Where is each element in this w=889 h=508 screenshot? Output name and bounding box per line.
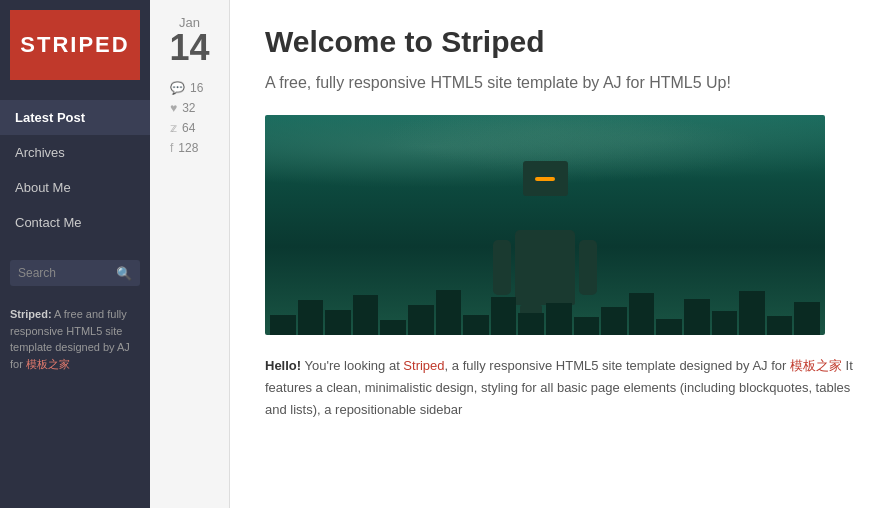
robot-head <box>523 161 568 196</box>
date-day: 14 <box>169 30 209 66</box>
stat-twitter-count: 64 <box>182 121 195 135</box>
post-body-middle: , a fully responsive HTML5 site template… <box>445 358 790 373</box>
nav-item-archives[interactable]: Archives <box>0 135 150 170</box>
stat-likes-count: 32 <box>182 101 195 115</box>
building <box>463 315 489 335</box>
building <box>518 313 544 335</box>
building <box>325 310 351 335</box>
search-button[interactable]: 🔍 <box>108 261 140 286</box>
building <box>739 291 765 335</box>
robot-illustration <box>515 195 575 305</box>
building <box>794 302 820 335</box>
navigation: Latest Post Archives About Me Contact Me <box>0 100 150 240</box>
nav-item-about-me[interactable]: About Me <box>0 170 150 205</box>
post-subtitle: A free, fully responsive HTML5 site temp… <box>265 71 854 95</box>
stat-comments-count: 16 <box>190 81 203 95</box>
post-body-link-site[interactable]: 模板之家 <box>790 358 842 373</box>
building <box>408 305 434 335</box>
search-wrapper: 🔍 <box>10 260 140 286</box>
building <box>380 320 406 335</box>
date-panel: Jan 14 💬 16 ♥ 32 𝕫 64 f 128 <box>150 0 230 508</box>
twitter-icon: 𝕫 <box>170 121 177 135</box>
building <box>270 315 296 335</box>
building <box>656 319 682 335</box>
stat-facebook: f 128 <box>150 141 229 155</box>
building <box>353 295 379 335</box>
post-title: Welcome to Striped <box>265 25 854 59</box>
building <box>574 317 600 335</box>
heart-icon: ♥ <box>170 101 177 115</box>
comment-icon: 💬 <box>170 81 185 95</box>
building <box>298 300 324 335</box>
main-content: Welcome to Striped A free, fully respons… <box>230 0 889 508</box>
post-body-link-striped[interactable]: Striped <box>403 358 444 373</box>
skyline-decoration <box>265 290 825 335</box>
stat-likes: ♥ 32 <box>150 101 229 115</box>
search-input[interactable] <box>10 260 108 286</box>
facebook-icon: f <box>170 141 173 155</box>
search-area: 🔍 <box>10 260 140 286</box>
nav-item-latest-post[interactable]: Latest Post <box>0 100 150 135</box>
building <box>684 299 710 335</box>
building <box>767 316 793 335</box>
blurb-bold: Striped: <box>10 308 52 320</box>
sidebar: STRIPED Latest Post Archives About Me Co… <box>0 0 150 508</box>
hero-image <box>265 115 825 335</box>
building <box>712 311 738 335</box>
building <box>491 297 517 335</box>
robot-arm-right <box>579 240 597 295</box>
building <box>546 303 572 335</box>
building <box>629 293 655 335</box>
robot-eye <box>535 177 555 181</box>
post-body-text1: You're looking at <box>301 358 403 373</box>
logo[interactable]: STRIPED <box>10 10 140 80</box>
robot-arm-left <box>493 240 511 295</box>
building <box>601 307 627 335</box>
stat-facebook-count: 128 <box>178 141 198 155</box>
stat-comments: 💬 16 <box>150 81 229 95</box>
post-body: Hello! You're looking at Striped, a full… <box>265 355 854 421</box>
stat-twitter: 𝕫 64 <box>150 121 229 135</box>
blurb-link[interactable]: 模板之家 <box>26 358 70 370</box>
sidebar-blurb: Striped: A free and fully responsive HTM… <box>10 306 140 372</box>
nav-item-contact-me[interactable]: Contact Me <box>0 205 150 240</box>
post-body-hello: Hello! <box>265 358 301 373</box>
building <box>436 290 462 335</box>
